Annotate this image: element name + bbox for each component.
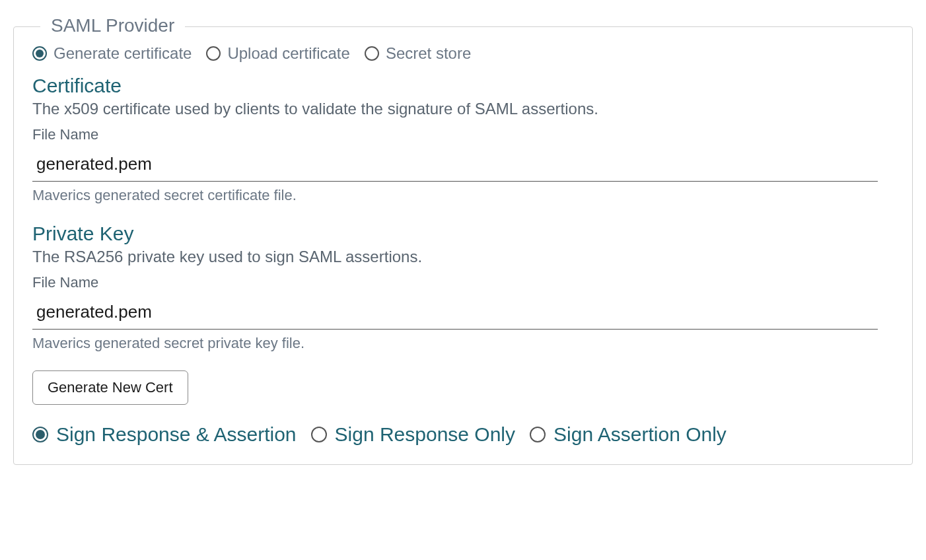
radio-icon <box>311 427 327 442</box>
radio-sign-response-only[interactable]: Sign Response Only <box>311 423 516 446</box>
certificate-helper: Maverics generated secret certificate fi… <box>32 187 894 204</box>
private-key-file-label: File Name <box>32 274 894 291</box>
source-radio-group: Generate certificate Upload certificate … <box>32 44 894 63</box>
radio-icon <box>530 427 546 442</box>
private-key-description: The RSA256 private key used to sign SAML… <box>32 248 894 266</box>
radio-icon <box>206 46 221 61</box>
radio-secret-store[interactable]: Secret store <box>365 44 471 63</box>
certificate-file-input[interactable] <box>32 147 878 182</box>
private-key-file-input[interactable] <box>32 295 878 330</box>
private-key-title: Private Key <box>32 223 894 245</box>
radio-sign-response-assertion[interactable]: Sign Response & Assertion <box>32 423 297 446</box>
sign-radio-group: Sign Response & Assertion Sign Response … <box>32 423 894 446</box>
radio-label: Sign Assertion Only <box>553 423 727 446</box>
radio-icon <box>32 46 47 61</box>
fieldset-legend: SAML Provider <box>40 15 185 36</box>
saml-provider-fieldset: SAML Provider Generate certificate Uploa… <box>13 26 913 465</box>
private-key-helper: Maverics generated secret private key fi… <box>32 335 894 352</box>
certificate-description: The x509 certificate used by clients to … <box>32 100 894 118</box>
certificate-file-label: File Name <box>32 126 894 143</box>
generate-new-cert-button[interactable]: Generate New Cert <box>32 370 188 405</box>
radio-icon <box>32 427 48 442</box>
radio-label: Upload certificate <box>227 44 349 63</box>
radio-generate-certificate[interactable]: Generate certificate <box>32 44 192 63</box>
radio-label: Sign Response & Assertion <box>56 423 297 446</box>
radio-sign-assertion-only[interactable]: Sign Assertion Only <box>530 423 727 446</box>
radio-icon <box>365 46 379 61</box>
radio-upload-certificate[interactable]: Upload certificate <box>206 44 349 63</box>
radio-label: Sign Response Only <box>335 423 516 446</box>
certificate-title: Certificate <box>32 75 894 97</box>
radio-label: Secret store <box>386 44 471 63</box>
radio-label: Generate certificate <box>53 44 192 63</box>
